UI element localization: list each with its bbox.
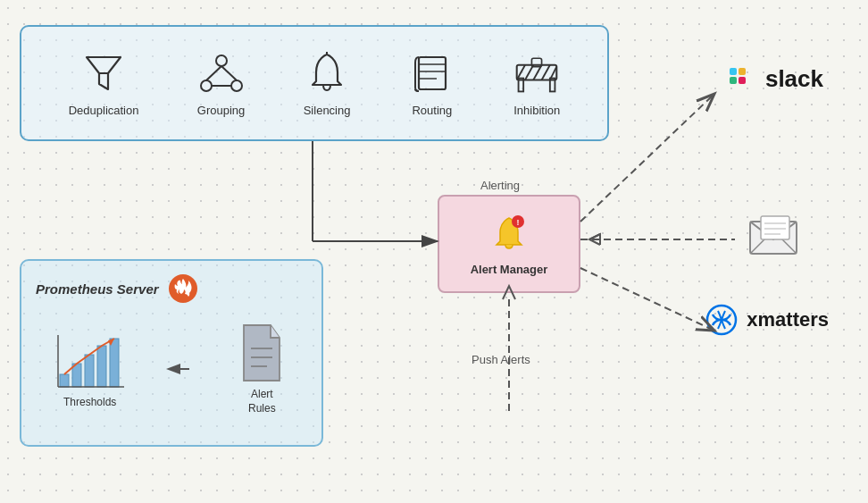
prometheus-server-box: Prometheus Server: [20, 259, 323, 447]
prometheus-title: Prometheus Server: [36, 281, 159, 297]
prometheus-header: Prometheus Server: [36, 273, 307, 304]
svg-rect-41: [739, 77, 746, 84]
feature-routing: Routing: [409, 50, 455, 117]
email-container: [748, 214, 805, 263]
svg-rect-39: [730, 77, 737, 84]
funnel-icon: [80, 50, 127, 96]
svg-point-4: [201, 80, 212, 91]
svg-rect-10: [419, 57, 446, 89]
internal-arrow: [163, 356, 198, 382]
prometheus-content: Thresholds Al: [36, 322, 307, 415]
alert-rules-area: Alert Rules: [235, 322, 288, 415]
svg-line-18: [525, 64, 533, 80]
book-icon: [409, 50, 455, 96]
svg-line-6: [206, 66, 221, 80]
svg-line-20: [542, 64, 550, 80]
thresholds-label: Thresholds: [63, 396, 116, 408]
svg-rect-28: [110, 339, 119, 387]
svg-rect-26: [85, 355, 94, 387]
features-box: Deduplication Grouping: [20, 25, 609, 141]
xmatters-icon: [705, 304, 738, 336]
network-icon: [198, 50, 245, 96]
deduplication-label: Deduplication: [69, 104, 139, 117]
silencing-label: Silencing: [304, 104, 351, 117]
alert-manager-box: ! Alert Manager: [438, 195, 580, 293]
svg-point-5: [231, 80, 242, 91]
feature-inhibition: Inhibition: [513, 50, 560, 117]
alert-rules-doc: [235, 322, 288, 384]
svg-rect-40: [739, 68, 746, 75]
svg-rect-38: [730, 68, 737, 75]
alert-rules-label: Alert Rules: [248, 388, 276, 415]
routing-label: Routing: [412, 104, 452, 117]
grouping-label: Grouping: [197, 104, 245, 117]
xmatters-text: xmatters: [747, 308, 829, 331]
svg-rect-24: [60, 374, 69, 387]
slack-icon: [724, 63, 756, 95]
barrier-icon: [513, 50, 560, 96]
svg-point-3: [216, 55, 227, 66]
feature-deduplication: Deduplication: [69, 50, 139, 117]
svg-rect-27: [97, 346, 106, 387]
alerting-label: Alerting: [480, 179, 520, 192]
svg-rect-43: [761, 216, 789, 239]
prometheus-icon: [168, 273, 198, 304]
svg-line-53: [580, 268, 714, 331]
thresholds-area: Thresholds: [54, 330, 126, 408]
slack-logo: slack: [724, 63, 823, 95]
alert-manager-icon: !: [488, 213, 530, 256]
bell-icon: [304, 50, 350, 96]
thresholds-chart: [54, 330, 126, 392]
inhibition-label: Inhibition: [513, 104, 560, 117]
push-alerts-label: Push Alerts: [472, 353, 530, 366]
diagram: Deduplication Grouping: [0, 0, 868, 503]
alert-manager-label: Alert Manager: [471, 263, 548, 276]
feature-grouping: Grouping: [197, 50, 245, 117]
slack-text: slack: [765, 65, 823, 93]
svg-line-7: [221, 66, 237, 80]
feature-silencing: Silencing: [304, 50, 351, 117]
xmatters-logo: xmatters: [705, 304, 829, 336]
email-icon: [748, 214, 805, 259]
svg-text:!: !: [517, 218, 520, 227]
